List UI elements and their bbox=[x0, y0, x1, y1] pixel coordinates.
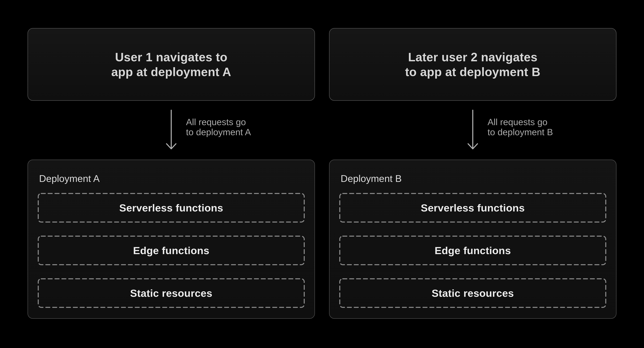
layer-label: Edge functions bbox=[435, 245, 511, 256]
user-box-a-label: User 1 navigates to app at deployment A bbox=[111, 50, 231, 79]
user-box-b-label: Later user 2 navigates to app at deploym… bbox=[405, 50, 540, 79]
arrow-label-b-line1: All requests go bbox=[488, 117, 553, 127]
arrow-zone-b: All requests go to deployment B bbox=[329, 101, 616, 159]
layer-label: Edge functions bbox=[133, 245, 210, 256]
deployment-box-b: Deployment B Serverless functions Edge f… bbox=[329, 159, 616, 319]
serverless-functions-box: Serverless functions bbox=[38, 193, 305, 223]
column-deployment-a: User 1 navigates to app at deployment A … bbox=[28, 28, 315, 319]
user-box-a-line2: app at deployment A bbox=[111, 65, 231, 79]
user-box-b: Later user 2 navigates to app at deploym… bbox=[329, 28, 616, 101]
column-deployment-b: Later user 2 navigates to app at deploym… bbox=[329, 28, 616, 319]
static-resources-box: Static resources bbox=[38, 278, 305, 308]
static-resources-box: Static resources bbox=[339, 278, 606, 308]
layer-label: Serverless functions bbox=[421, 202, 525, 214]
user-box-a-line1: User 1 navigates to bbox=[111, 50, 231, 65]
diagram-grid: User 1 navigates to app at deployment A … bbox=[28, 28, 616, 319]
arrow-label-a-line2: to deployment A bbox=[186, 127, 251, 137]
deployment-b-title: Deployment B bbox=[340, 173, 606, 184]
edge-functions-box: Edge functions bbox=[38, 236, 305, 265]
layer-label: Static resources bbox=[432, 287, 514, 299]
arrow-label-b-line2: to deployment B bbox=[488, 127, 553, 137]
deployment-skew-diagram: User 1 navigates to app at deployment A … bbox=[0, 0, 644, 348]
deployment-box-a: Deployment A Serverless functions Edge f… bbox=[28, 159, 315, 319]
user-box-a: User 1 navigates to app at deployment A bbox=[28, 28, 315, 101]
user-box-b-line2: to app at deployment B bbox=[405, 65, 540, 79]
arrow-label-a: All requests go to deployment A bbox=[186, 117, 251, 137]
layer-label: Static resources bbox=[130, 287, 212, 299]
arrow-label-a-line1: All requests go bbox=[186, 117, 251, 127]
layer-label: Serverless functions bbox=[119, 202, 223, 214]
deployment-a-title: Deployment A bbox=[39, 173, 305, 184]
arrow-zone-a: All requests go to deployment A bbox=[28, 101, 315, 159]
arrow-label-b: All requests go to deployment B bbox=[488, 117, 553, 137]
user-box-b-line1: Later user 2 navigates bbox=[405, 50, 540, 65]
arrow-down-icon bbox=[467, 109, 479, 151]
edge-functions-box: Edge functions bbox=[339, 236, 606, 265]
arrow-down-icon bbox=[165, 109, 177, 151]
serverless-functions-box: Serverless functions bbox=[339, 193, 606, 223]
